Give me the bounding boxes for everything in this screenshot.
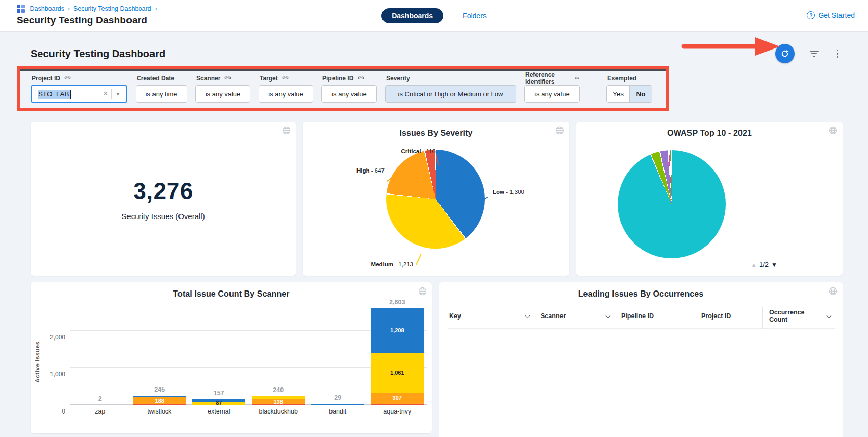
clear-icon[interactable]: ×	[99, 89, 111, 99]
chart-title: Total Issue Count By Scanner	[31, 282, 432, 299]
bar-segment-high[interactable]: 307	[371, 393, 424, 404]
pie-callout-high: High - 647	[334, 167, 385, 174]
page-indicator: 1/2	[759, 261, 769, 269]
column-occurrence-count[interactable]: Occurrence Count	[762, 307, 835, 329]
globe-icon[interactable]	[418, 287, 427, 296]
chart-title: Issues By Severity	[303, 122, 569, 138]
dashboards-grid-icon	[17, 5, 25, 13]
bar-segment-medium[interactable]: 87	[192, 402, 245, 405]
dashboard-content: Security Testing Dashboard Project ID	[0, 32, 868, 437]
reference-identifiers-value[interactable]: is any value	[524, 85, 580, 103]
page-up-icon[interactable]: ▲	[751, 261, 757, 269]
bar-segment-high[interactable]: 188	[133, 397, 186, 404]
bar-segment-critical[interactable]	[133, 404, 186, 405]
exempted-no-option[interactable]: No	[629, 86, 652, 102]
card-total-issue-count-by-scanner: Total Issue Count By Scanner Active Issu…	[31, 282, 432, 433]
globe-icon[interactable]	[555, 126, 564, 135]
link-icon	[64, 74, 71, 82]
link-icon	[574, 74, 580, 82]
bar-bandit[interactable]: 29	[311, 394, 364, 405]
dropdown-caret-icon[interactable]: ▾	[112, 91, 122, 98]
pie[interactable]	[386, 150, 485, 249]
bar-segment-medium[interactable]: 1,061	[371, 353, 424, 393]
filter-label: Pipeline ID	[322, 75, 353, 82]
column-pipeline-id[interactable]: Pipeline ID	[615, 307, 695, 329]
dashboard-actions	[775, 44, 842, 63]
y-tick-label: 0	[62, 408, 65, 415]
bar-external[interactable]: 15787	[192, 390, 245, 405]
y-tick-label: 2,000	[50, 334, 65, 341]
filter-label: Created Date	[137, 75, 174, 82]
project-id-input[interactable]: STO_LAB × ▾	[31, 85, 127, 103]
column-scanner[interactable]: Scanner	[534, 307, 615, 329]
filter-label: Scanner	[196, 75, 220, 82]
scanner-value[interactable]: is any value	[195, 85, 250, 103]
globe-icon[interactable]	[282, 126, 291, 135]
bar-segment-low[interactable]	[311, 404, 364, 405]
bar-twistlock[interactable]: 245188	[133, 386, 186, 405]
sort-chevron-icon[interactable]	[605, 312, 611, 318]
target-value[interactable]: is any value	[259, 85, 313, 103]
text-cursor	[70, 90, 71, 99]
get-started-link[interactable]: ? Get Started	[807, 11, 855, 19]
bar-total-label: 29	[311, 394, 364, 401]
globe-icon[interactable]	[829, 126, 837, 135]
get-started-label: Get Started	[818, 11, 855, 19]
exempted-yes-option[interactable]: Yes	[607, 86, 629, 102]
globe-icon[interactable]	[829, 287, 837, 296]
bar-blackduckhub[interactable]: 240138	[252, 386, 305, 405]
severity-value[interactable]: is Critical or High or Medium or Low	[385, 85, 516, 103]
bar-total-label: 2,603	[371, 299, 424, 306]
bar-total-label: 2	[73, 395, 126, 402]
pie-callout-low: Low - 1,300	[493, 189, 524, 195]
refresh-button[interactable]	[775, 44, 795, 63]
bar-segment-low[interactable]: 1,208	[371, 308, 424, 353]
bar-segment-high[interactable]: 138	[252, 399, 305, 404]
sort-chevron-icon[interactable]	[826, 312, 832, 318]
filter-label: Reference Identifiers	[525, 71, 571, 85]
tab-folders[interactable]: Folders	[463, 12, 487, 20]
page-down-icon[interactable]: ▼	[771, 261, 777, 269]
column-project-id[interactable]: Project ID	[695, 307, 762, 329]
link-icon	[282, 74, 289, 82]
owasp-pie-chart	[576, 138, 843, 271]
pie[interactable]	[618, 150, 726, 258]
pipeline-id-value[interactable]: is any value	[321, 85, 377, 103]
filter-created-date: Created Date is any time	[136, 72, 187, 103]
stat-value: 3,276	[133, 177, 193, 205]
filter-bar: Project ID STO_LAB × ▾ Created Date is a…	[31, 72, 655, 103]
card-owasp-top10: OWASP Top 10 - 2021 ▲ 1/2 ▼	[576, 122, 843, 276]
filter-label: Target	[260, 75, 278, 82]
bar-zap[interactable]: 2	[73, 395, 126, 405]
dashboard-filters-icon[interactable]	[808, 48, 821, 59]
bar-plot: 01,0002,000224518815787240138292,6031,20…	[70, 303, 427, 405]
filter-severity: Severity is Critical or High or Medium o…	[385, 72, 516, 103]
x-axis-label: blackduckhub	[252, 408, 305, 415]
refresh-icon	[780, 49, 789, 58]
stat-label: Security Issues (Overall)	[121, 212, 205, 221]
filter-label: Exempted	[607, 75, 636, 82]
breadcrumb-current-dashboard[interactable]: Security Testing Dashboard	[73, 5, 151, 12]
table-header: Key Scanner Pipeline ID Project ID Occur…	[448, 307, 835, 329]
sort-chevron-icon[interactable]	[525, 312, 530, 318]
project-id-value: STO_LAB	[38, 90, 70, 99]
more-options-menu[interactable]	[834, 47, 842, 60]
column-key[interactable]: Key	[448, 307, 534, 329]
help-icon: ?	[807, 11, 815, 19]
link-icon	[224, 74, 232, 82]
bar-aqua-trivy[interactable]: 2,6031,2081,061307	[371, 299, 424, 405]
scanner-bar-chart: Active Issues 01,0002,000224518815787240…	[31, 299, 432, 426]
filter-target: Target is any value	[259, 72, 313, 103]
tab-dashboards[interactable]: Dashboards	[381, 8, 443, 23]
bar-total-label: 157	[192, 390, 245, 397]
y-axis-label: Active Issues	[34, 324, 40, 400]
x-axis-label: zap	[73, 408, 126, 415]
table-body-empty	[439, 329, 843, 437]
breadcrumb-dashboards[interactable]: Dashboards	[30, 5, 64, 12]
filter-pipeline-id: Pipeline ID is any value	[321, 72, 377, 103]
dashboard-title: Security Testing Dashboard	[31, 48, 165, 60]
bar-segment-critical[interactable]	[371, 404, 424, 405]
card-security-issues-overall: 3,276 Security Issues (Overall)	[31, 122, 296, 276]
severity-pie-chart: Critical - 116 High - 647 Low - 1,300 Me…	[303, 138, 569, 271]
created-date-value[interactable]: is any time	[136, 85, 187, 103]
